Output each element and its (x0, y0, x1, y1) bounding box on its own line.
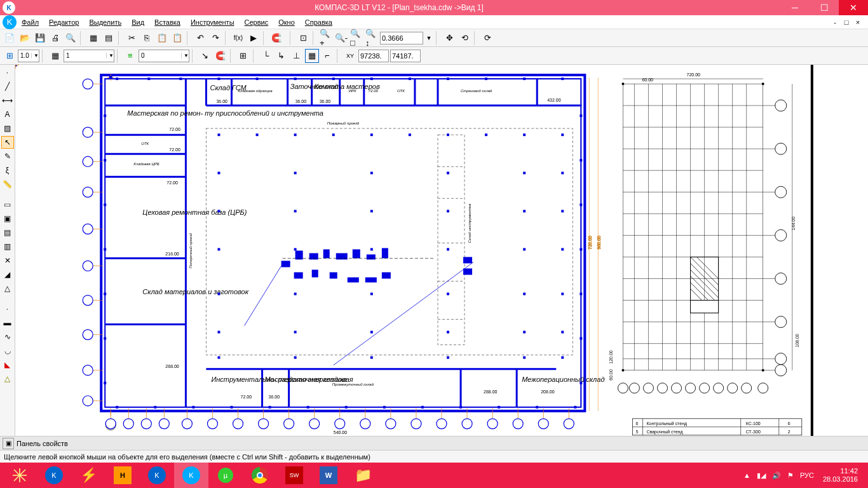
fx-icon[interactable]: f(x) (231, 31, 245, 45)
lt-hatch[interactable]: ▨ (1, 122, 14, 135)
lt-arc[interactable]: ◡ (1, 344, 14, 357)
coord-y[interactable] (390, 50, 421, 62)
lt-rect[interactable]: ▭ (1, 198, 14, 211)
new-icon[interactable]: 📄 (3, 31, 17, 45)
zoom-input[interactable] (380, 32, 423, 44)
tray-vol-icon[interactable]: 🔊 (772, 471, 781, 480)
menu-file[interactable]: Файл (17, 17, 44, 27)
menu-window[interactable]: Окно (273, 17, 300, 27)
open-icon[interactable]: 📂 (18, 31, 32, 45)
lt-line[interactable]: ╱ (1, 80, 14, 93)
tb-kompas3[interactable]: K (174, 463, 208, 488)
macro-icon[interactable]: ▶ (247, 31, 261, 45)
drawing-canvas[interactable]: Склад ГСМ Кладовая образцов Заточное отд… (15, 65, 868, 436)
save-icon[interactable]: 💾 (33, 31, 47, 45)
lt-weld[interactable]: △ (1, 282, 14, 295)
lt-sec[interactable]: ▥ (1, 240, 14, 253)
round-icon[interactable]: ⌐ (320, 49, 334, 63)
tb-kompas[interactable]: K (37, 463, 71, 488)
lt-point[interactable]: · (1, 66, 14, 79)
zoomin-icon[interactable]: 🔍+ (319, 31, 333, 45)
xy-icon[interactable]: XY (343, 49, 357, 63)
menu-service[interactable]: Сервис (240, 17, 274, 27)
endsnap-icon[interactable]: ↘ (198, 49, 212, 63)
lt-red[interactable]: ◣ (1, 358, 14, 371)
zoomf-icon[interactable]: ⊡ (296, 31, 310, 45)
layer-combo[interactable]: 1▼ (64, 50, 114, 62)
param-icon[interactable]: ▦ (305, 49, 319, 63)
lt-meas[interactable]: 📏 (1, 178, 14, 191)
menu-view[interactable]: Вид (126, 17, 149, 27)
ortho-icon[interactable]: └ (259, 49, 273, 63)
orbit-icon[interactable]: ⟲ (458, 31, 471, 45)
tb-explorer[interactable]: 📁 (346, 463, 380, 488)
magnet2-icon[interactable]: 🧲 (214, 49, 227, 63)
style-grid-icon[interactable]: ⊞ (3, 49, 17, 63)
tb-chrome[interactable] (243, 463, 277, 488)
tb-word[interactable]: W (311, 463, 346, 488)
lt-view[interactable]: ▣ (1, 212, 14, 225)
print-icon[interactable]: 🖨 (48, 31, 62, 45)
tb-kompas2[interactable]: K (140, 463, 174, 488)
paste-icon[interactable]: 📋 (155, 31, 169, 45)
undo-icon[interactable]: ↶ (193, 31, 207, 45)
tb-winamp[interactable]: ⚡ (71, 463, 105, 488)
prop-icon[interactable]: ▦ (86, 31, 100, 45)
tree-icon[interactable]: ▤ (102, 31, 116, 45)
lt-pt2[interactable]: · (1, 302, 14, 315)
menu-help[interactable]: Справка (300, 17, 337, 27)
lt-arrow[interactable]: ↖ (1, 136, 14, 149)
lt-axis[interactable]: ✕ (1, 254, 14, 267)
copy-icon[interactable]: ⎘ (140, 31, 154, 45)
maximize-button[interactable]: ☐ (810, 0, 839, 15)
grid-icon[interactable]: ⊞ (236, 49, 250, 63)
minimize-button[interactable]: ─ (780, 0, 810, 15)
lt-param[interactable]: ξ (1, 164, 14, 177)
menu-select[interactable]: Выделить (84, 17, 126, 27)
menu-insert[interactable]: Вставка (149, 17, 186, 27)
paste2-icon[interactable]: 📋 (170, 31, 184, 45)
redo-icon[interactable]: ↷ (208, 31, 222, 45)
tb-app-h[interactable]: H (105, 463, 140, 488)
tray-flag-icon[interactable]: ⚑ (787, 471, 794, 480)
lt-cut[interactable]: ▤ (1, 226, 14, 239)
mdi-min[interactable]: - (830, 18, 840, 26)
tray-net-icon[interactable]: ▮◢ (757, 471, 766, 480)
mdi-max[interactable]: □ (841, 18, 851, 26)
menu-tools[interactable]: Инструменты (186, 17, 240, 27)
tray-up-icon[interactable]: ▲ (743, 471, 750, 479)
lt-dim[interactable]: ⟷ (1, 94, 14, 107)
refresh-icon[interactable]: ⟳ (480, 31, 494, 45)
preview-icon[interactable]: 🔍 (64, 31, 78, 45)
menu-edit[interactable]: Редактор (44, 17, 84, 27)
zoomw-icon[interactable]: 🔍□ (349, 31, 363, 45)
kompas-icon[interactable]: K (3, 15, 17, 29)
lt-ylw[interactable]: △ (1, 372, 14, 385)
scale-combo[interactable]: 1.0▼ (18, 50, 39, 62)
dirsnap-icon[interactable]: ↳ (275, 49, 288, 63)
properties-panel-bar[interactable]: ▣ Панель свойств (0, 436, 868, 450)
tb-solidworks[interactable]: SW (277, 463, 311, 488)
lt-text[interactable]: A (1, 108, 14, 121)
tb-start[interactable] (3, 463, 37, 488)
lt-ln2[interactable]: ▬ (1, 316, 14, 329)
zoomd-icon[interactable]: 🔍↕ (365, 31, 379, 45)
lt-icon[interactable]: ≡ (123, 49, 137, 63)
tray-lang[interactable]: РУС (800, 471, 814, 479)
perp-icon[interactable]: ⊥ (290, 49, 304, 63)
magnet-icon[interactable]: 🧲 (269, 31, 283, 45)
lt-combo[interactable]: 0▼ (139, 50, 189, 62)
mdi-close[interactable]: × (853, 18, 863, 26)
cut-icon[interactable]: ✂ (125, 31, 139, 45)
tb-utorrent[interactable]: µ (208, 463, 243, 488)
close-button[interactable]: ✕ (839, 0, 868, 15)
zoomdd-icon[interactable]: ▼ (424, 31, 433, 45)
zoomout-icon[interactable]: 🔍- (334, 31, 348, 45)
lt-edit[interactable]: ✎ (1, 150, 14, 163)
lt-surf[interactable]: ◢ (1, 268, 14, 281)
pan-icon[interactable]: ✥ (442, 31, 456, 45)
tray-clock[interactable]: 11:4228.03.2016 (820, 467, 860, 484)
lt-crv[interactable]: ∿ (1, 330, 14, 343)
coord-x[interactable] (358, 50, 389, 62)
layer-icon[interactable]: ▦ (48, 49, 62, 63)
